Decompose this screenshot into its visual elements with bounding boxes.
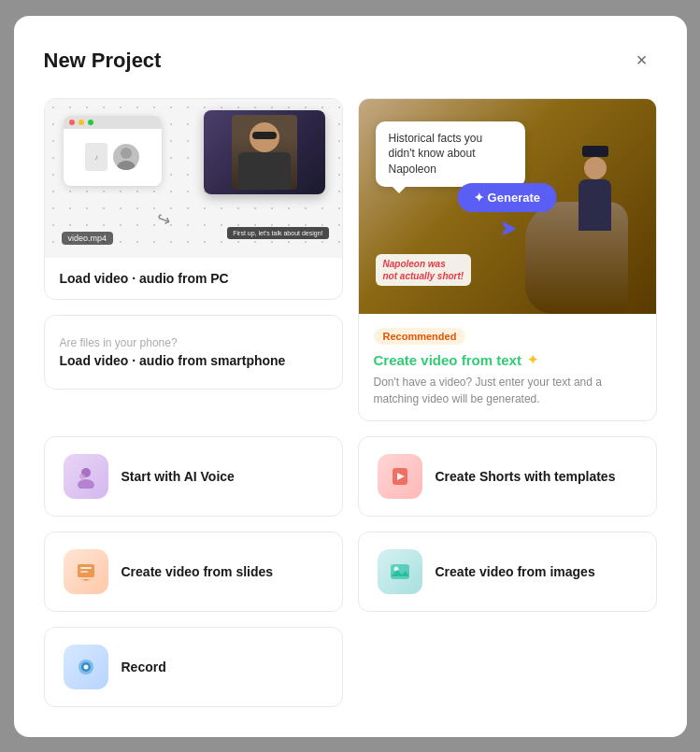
images-icon [378,549,422,594]
recommended-badge: Recommended [374,328,466,345]
window-content: ♪ [64,129,162,186]
create-from-text-title: Create video from text ✦ [374,352,641,368]
close-button[interactable]: × [627,46,657,76]
svg-point-1 [117,161,136,170]
person-body [238,152,291,190]
load-video-preview: ♪ [45,99,342,258]
chat-bubble: Historical facts you didn't know about N… [376,121,525,187]
svg-point-3 [78,479,94,489]
create-shorts-card[interactable]: Create Shorts with templates [358,436,657,517]
svg-point-4 [79,474,85,479]
ai-voice-icon [64,454,108,499]
svg-point-17 [83,664,88,669]
svg-rect-9 [80,571,88,573]
create-images-card[interactable]: Create video from images [358,532,657,612]
video-filename: video.mp4 [62,232,114,245]
top-row: ♪ [44,98,657,421]
big-video-thumb [204,110,325,194]
create-from-text-card[interactable]: Historical facts you didn't know about N… [358,98,657,421]
text-card-body: Recommended Create video from text ✦ Don… [359,314,656,420]
video-caption: First up, let's talk about design! [227,227,328,239]
ai-voice-label: Start with AI Voice [121,469,235,484]
slides-icon [64,549,108,594]
create-shorts-label: Create Shorts with templates [436,469,616,484]
rider-hat [582,146,608,157]
svg-rect-8 [80,567,92,569]
create-slides-label: Create video from slides [121,564,274,579]
person-icon [113,144,139,170]
cursor-icon: ⮞ [501,220,518,240]
load-video-pc-card[interactable]: ♪ [44,98,343,300]
video-person [232,115,297,190]
load-video-pc-label: Load video · audio from PC [45,258,342,299]
text-card-preview: Historical facts you didn't know about N… [359,99,656,314]
shorts-icon [378,454,422,499]
load-video-phone-card[interactable]: Are files in your phone? Load video · au… [44,315,343,390]
modal-overlay: New Project × [0,0,700,752]
napoleon-figure [525,127,637,314]
rider [572,146,619,230]
napoleon-text-overlay: Napoleon was not actually short! [376,254,472,286]
generate-button[interactable]: ✦ Generate [457,183,557,212]
dot-red [69,120,75,125]
record-card[interactable]: Record [44,627,343,707]
small-window: ♪ [64,116,162,186]
file-icon: ♪ [85,143,107,171]
svg-rect-11 [81,579,91,580]
start-ai-voice-card[interactable]: Start with AI Voice [44,436,343,517]
left-column: ♪ [44,98,343,421]
create-from-text-desc: Don't have a video? Just enter your text… [374,374,641,407]
modal-title: New Project [44,49,162,73]
dot-green [88,120,93,125]
smartphone-sub-label: Are files in your phone? [60,336,327,349]
smartphone-main-label: Load video · audio from smartphone [60,353,327,368]
create-slides-card[interactable]: Create video from slides [44,532,343,612]
window-titlebar [64,116,162,129]
bottom-grid: Start with AI Voice Create Shorts with t… [44,436,657,707]
dot-yellow [79,120,84,125]
new-project-modal: New Project × [14,16,687,737]
glasses [252,132,277,139]
record-label: Record [121,660,166,674]
create-images-label: Create video from images [436,564,595,579]
svg-point-0 [121,148,132,159]
record-icon [64,645,108,689]
spark-icon: ✦ [527,352,538,367]
modal-header: New Project × [44,46,657,76]
rider-head [584,157,607,179]
svg-rect-12 [391,564,409,579]
rider-body [579,179,611,231]
